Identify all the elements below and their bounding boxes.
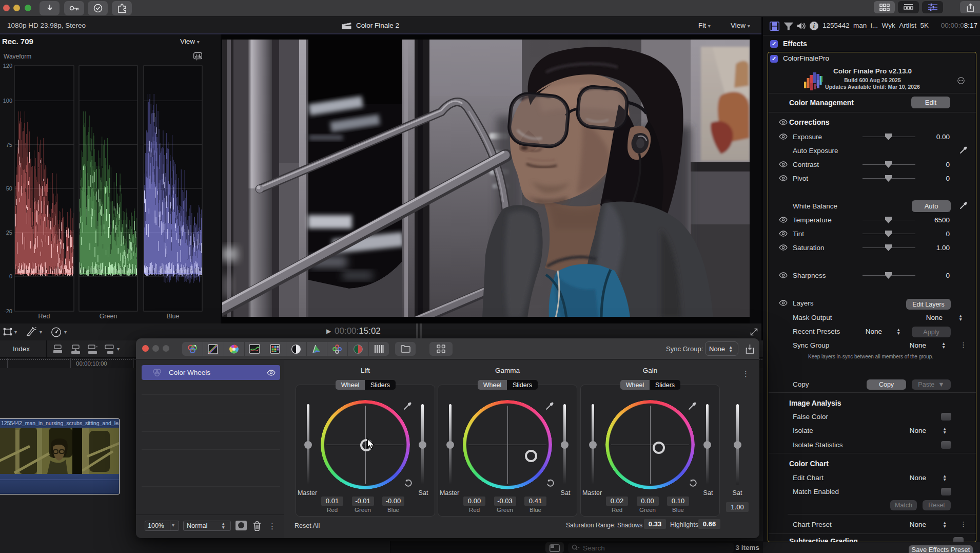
svg-text:120: 120 (3, 63, 12, 69)
svg-text:100: 100 (3, 98, 12, 104)
svg-text:Green: Green (100, 313, 117, 320)
svg-text:25: 25 (6, 230, 12, 236)
svg-text:-20: -20 (4, 308, 12, 314)
svg-text:Red: Red (38, 313, 50, 320)
svg-text:75: 75 (6, 142, 12, 148)
svg-text:0: 0 (9, 273, 12, 279)
svg-text:Blue: Blue (166, 313, 179, 320)
svg-text:50: 50 (6, 185, 12, 192)
